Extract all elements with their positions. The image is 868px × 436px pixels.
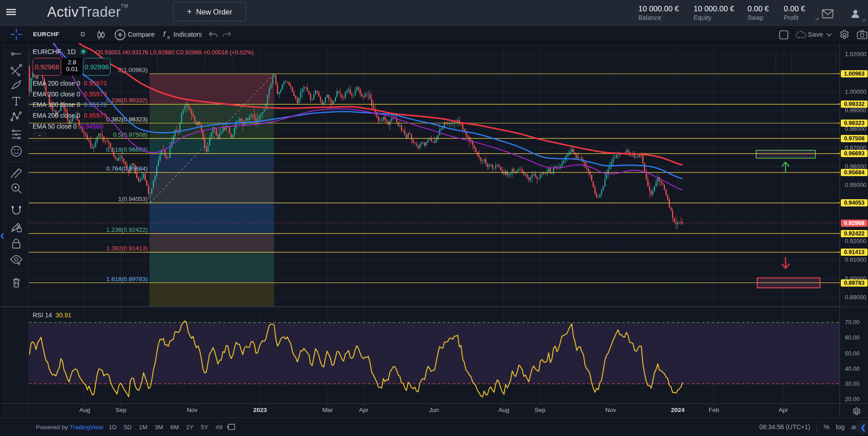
svg-text:1.618(0.89783): 1.618(0.89783) [106,276,148,283]
svg-text:0(1.00963): 0(1.00963) [118,67,148,73]
svg-text:2023: 2023 [253,407,267,413]
svg-text:Nov: Nov [187,407,198,413]
svg-text:1.382(0.91413): 1.382(0.91413) [106,245,148,252]
svg-text:f: f [163,30,166,38]
svg-text:Aug: Aug [498,407,509,413]
svg-text:1.236(0.92422): 1.236(0.92422) [106,226,148,233]
svg-text:Apr: Apr [359,407,369,413]
svg-text:Nov: Nov [605,407,616,413]
svg-text:Feb: Feb [709,407,719,413]
svg-text:0.5(0.97508): 0.5(0.97508) [113,131,148,138]
svg-text:Jun: Jun [429,407,439,413]
svg-text:Sep: Sep [535,407,545,413]
svg-text:x: x [167,34,170,40]
svg-text:0.382(0.98323): 0.382(0.98323) [106,116,148,123]
svg-text:0.236(0.99332): 0.236(0.99332) [106,97,148,104]
svg-text:0.764(0.95684): 0.764(0.95684) [106,165,148,172]
svg-text:Aug: Aug [79,407,90,413]
svg-text:1(0.94053): 1(0.94053) [118,196,148,202]
svg-text:Apr: Apr [778,407,788,413]
svg-text:2024: 2024 [671,407,685,413]
svg-text:Sep: Sep [116,407,126,413]
svg-text:Mar: Mar [322,407,333,413]
svg-text:0.618(0.96693): 0.618(0.96693) [106,146,148,153]
